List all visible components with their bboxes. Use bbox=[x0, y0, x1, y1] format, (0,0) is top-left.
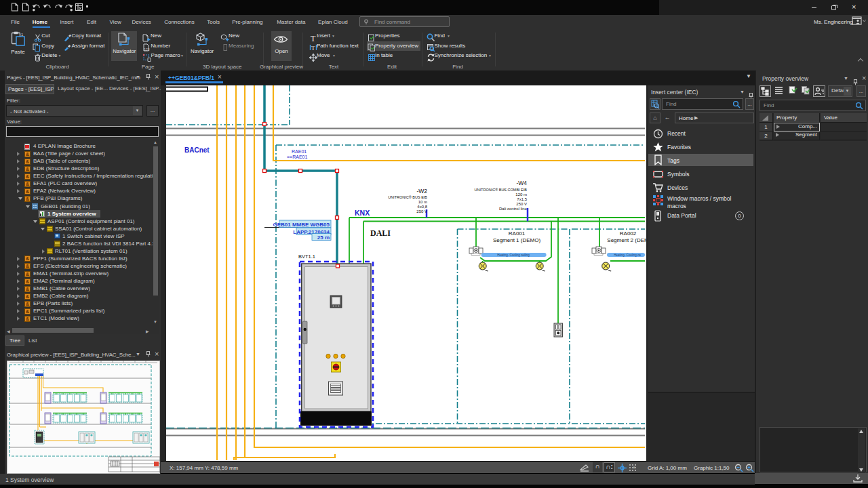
svg-text:Heating- Cooling ca: Heating- Cooling ca bbox=[614, 253, 641, 257]
svg-text:RAE01: RAE01 bbox=[292, 149, 307, 154]
svg-text:T: T bbox=[311, 34, 316, 42]
svg-text:Dali control line: Dali control line bbox=[499, 207, 528, 211]
svg-text:250 V: 250 V bbox=[516, 202, 527, 206]
svg-text:DALI: DALI bbox=[370, 228, 391, 238]
svg-text:UNITRONIC® BUS EIB: UNITRONIC® BUS EIB bbox=[388, 195, 427, 199]
svg-text:BACnet: BACnet bbox=[184, 146, 210, 154]
svg-text:UNITRONIC® BUS COMBI EIB: UNITRONIC® BUS COMBI EIB bbox=[475, 188, 528, 192]
svg-text:RA001: RA001 bbox=[509, 230, 526, 237]
svg-text:1: 1 bbox=[21, 33, 24, 37]
svg-text:BVT1.1: BVT1.1 bbox=[298, 253, 315, 260]
svg-text:-W4: -W4 bbox=[516, 180, 527, 186]
svg-text:123: 123 bbox=[144, 47, 150, 52]
svg-text:-W2: -W2 bbox=[416, 188, 427, 195]
svg-text:Segment 1 (DEMO): Segment 1 (DEMO) bbox=[493, 237, 541, 243]
svg-text:Heating- Cooling ceiling: Heating- Cooling ceiling bbox=[497, 253, 530, 257]
svg-text:25 m: 25 m bbox=[317, 235, 330, 241]
svg-text:KNX: KNX bbox=[355, 209, 370, 217]
svg-text:250 V: 250 V bbox=[416, 209, 427, 214]
svg-text:GEB01 MMBE WGB05: GEB01 MMBE WGB05 bbox=[273, 222, 330, 228]
svg-text:T: T bbox=[311, 45, 315, 52]
svg-text:120 m: 120 m bbox=[515, 192, 527, 197]
svg-text:Segment 2 (DEM: Segment 2 (DEM bbox=[607, 237, 646, 243]
svg-text:10 m: 10 m bbox=[418, 200, 427, 204]
svg-text:4x0,8: 4x0,8 bbox=[417, 205, 427, 209]
svg-text:7x1,5: 7x1,5 bbox=[517, 197, 527, 201]
svg-text:==RAE01: ==RAE01 bbox=[287, 155, 307, 159]
svg-text:RA002: RA002 bbox=[620, 230, 637, 237]
